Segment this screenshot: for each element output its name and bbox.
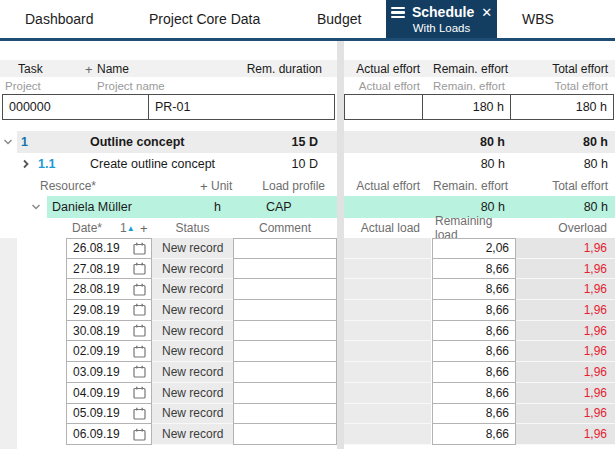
- col-header-actual-effort: Actual effort: [356, 179, 420, 193]
- chevron-down-icon[interactable]: [3, 138, 13, 146]
- actual-load-cell[interactable]: [344, 321, 432, 342]
- comment-cell[interactable]: [233, 341, 337, 362]
- project-name-field[interactable]: PR-01: [148, 94, 335, 120]
- row-gutter: [0, 321, 17, 342]
- overload-cell: 1,96: [516, 362, 615, 383]
- comment-cell[interactable]: [233, 300, 337, 321]
- calendar-icon[interactable]: [133, 324, 146, 337]
- remaining-load-cell[interactable]: 8,66: [432, 341, 516, 362]
- resource-unit: h: [214, 200, 221, 214]
- tab-budget[interactable]: Budget: [317, 0, 361, 38]
- row-gutter: [0, 300, 17, 321]
- remaining-load-cell[interactable]: 8,66: [432, 321, 516, 342]
- row-indent: [17, 300, 66, 321]
- comment-cell[interactable]: [233, 424, 337, 445]
- spacer: [0, 120, 615, 131]
- tab-project-core-data[interactable]: Project Core Data: [149, 0, 260, 38]
- status-cell: New record: [152, 404, 233, 425]
- project-id-field[interactable]: 000000: [2, 94, 150, 120]
- col-header-actual-effort: Actual effort: [356, 62, 420, 76]
- resource-row[interactable]: Daniela Müller h CAP 80 h 80 h: [0, 196, 615, 218]
- tab-dashboard[interactable]: Dashboard: [25, 0, 94, 38]
- spacer: [0, 445, 615, 449]
- load-row: 30.08.19 New record 8,66 1,96: [0, 321, 615, 342]
- comment-cell[interactable]: [233, 321, 337, 342]
- status-value: New record: [162, 386, 223, 400]
- comment-cell[interactable]: [233, 362, 337, 383]
- remaining-load-cell[interactable]: 8,66: [432, 383, 516, 404]
- remaining-load-value: 8,66: [486, 324, 509, 338]
- row-gutter: [0, 383, 17, 404]
- actual-load-cell[interactable]: [344, 362, 432, 383]
- actual-load-cell[interactable]: [344, 300, 432, 321]
- date-cell[interactable]: 06.09.19: [66, 424, 152, 445]
- date-cell[interactable]: 04.09.19: [66, 383, 152, 404]
- date-cell[interactable]: 29.08.19: [66, 300, 152, 321]
- close-icon[interactable]: ✕: [481, 3, 492, 22]
- remaining-load-cell[interactable]: 8,66: [432, 300, 516, 321]
- calendar-icon[interactable]: [133, 262, 146, 275]
- calendar-icon[interactable]: [133, 345, 146, 358]
- comment-cell[interactable]: [233, 238, 337, 259]
- remaining-load-cell[interactable]: 8,66: [432, 259, 516, 280]
- actual-load-cell[interactable]: [344, 279, 432, 300]
- col-header-overload: Overload: [558, 221, 607, 235]
- project-actual-effort-field[interactable]: [344, 94, 424, 120]
- chevron-right-icon[interactable]: [22, 159, 30, 169]
- actual-load-cell[interactable]: [344, 341, 432, 362]
- project-total-effort-field[interactable]: 180 h: [510, 94, 614, 120]
- comment-cell[interactable]: [233, 259, 337, 280]
- add-column-button[interactable]: +: [85, 61, 93, 76]
- subheader-total-effort: Total effort: [555, 80, 609, 92]
- actual-load-cell[interactable]: [344, 404, 432, 425]
- overload-value: 1,96: [584, 324, 607, 338]
- date-cell[interactable]: 05.09.19: [66, 404, 152, 425]
- date-cell[interactable]: 03.09.19: [66, 362, 152, 383]
- status-value: New record: [162, 241, 223, 255]
- date-cell[interactable]: 27.08.19: [66, 259, 152, 280]
- remaining-load-cell[interactable]: 8,66: [432, 362, 516, 383]
- comment-cell[interactable]: [233, 279, 337, 300]
- date-cell[interactable]: 28.08.19: [66, 279, 152, 300]
- calendar-icon[interactable]: [133, 428, 146, 441]
- remaining-load-cell[interactable]: 2,06: [432, 238, 516, 259]
- calendar-icon[interactable]: [133, 386, 146, 399]
- col-header-remain-effort: Remain. effort: [433, 179, 508, 193]
- remaining-load-cell[interactable]: 8,66: [432, 424, 516, 445]
- status-cell: New record: [152, 424, 233, 445]
- task-name: Outline concept: [90, 135, 184, 149]
- actual-load-cell[interactable]: [344, 424, 432, 445]
- actual-load-cell[interactable]: [344, 238, 432, 259]
- hamburger-menu-icon[interactable]: [391, 7, 405, 18]
- actual-load-cell[interactable]: [344, 259, 432, 280]
- date-value: 26.08.19: [73, 241, 120, 255]
- comment-cell[interactable]: [233, 404, 337, 425]
- calendar-icon[interactable]: [133, 407, 146, 420]
- date-value: 29.08.19: [73, 303, 120, 317]
- tab-schedule-active[interactable]: Schedule ✕ With Loads: [386, 0, 497, 38]
- add-column-button[interactable]: +: [140, 221, 148, 236]
- status-cell: New record: [152, 300, 233, 321]
- date-cell[interactable]: 30.08.19: [66, 321, 152, 342]
- calendar-icon[interactable]: [133, 365, 146, 378]
- calendar-icon[interactable]: [133, 283, 146, 296]
- task-row-1: 1 Outline concept 15 D 80 h 80 h: [0, 131, 615, 153]
- comment-cell[interactable]: [233, 383, 337, 404]
- remaining-load-cell[interactable]: 8,66: [432, 404, 516, 425]
- remaining-load-cell[interactable]: 8,66: [432, 279, 516, 300]
- sort-indicator[interactable]: 1▲: [120, 221, 135, 235]
- col-header-rem-duration: Rem. duration: [247, 62, 322, 76]
- add-column-button[interactable]: +: [200, 178, 208, 193]
- actual-load-cell[interactable]: [344, 383, 432, 404]
- calendar-icon[interactable]: [133, 242, 146, 255]
- overload-cell: 1,96: [516, 279, 615, 300]
- date-cell[interactable]: 02.09.19: [66, 341, 152, 362]
- tab-wbs[interactable]: WBS: [522, 0, 554, 38]
- pane-divider[interactable]: [337, 41, 344, 60]
- date-cell[interactable]: 26.08.19: [66, 238, 152, 259]
- date-value: 06.09.19: [73, 427, 120, 441]
- calendar-icon[interactable]: [133, 303, 146, 316]
- project-remain-effort-field[interactable]: 180 h: [422, 94, 511, 120]
- chevron-down-icon[interactable]: [31, 203, 41, 211]
- status-cell: New record: [152, 321, 233, 342]
